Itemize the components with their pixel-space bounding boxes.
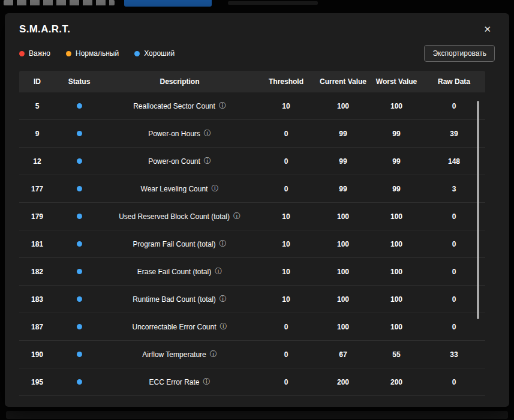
export-button[interactable]: Экспортировать <box>424 45 495 62</box>
cell-description: Used Reserved Block Count (total)ⓘ <box>103 211 256 221</box>
cell-worst-value: 100 <box>370 102 423 110</box>
cell-worst-value: 100 <box>370 295 423 304</box>
cell-description: Uncorrectable Error Countⓘ <box>103 322 256 332</box>
info-icon[interactable]: ⓘ <box>204 156 211 166</box>
cell-threshold: 10 <box>256 268 316 276</box>
background-app-bottom-bar <box>6 411 508 419</box>
cell-status <box>55 131 103 136</box>
description-text: Runtime Bad Count (total) <box>133 295 216 304</box>
good-dot-icon <box>134 51 140 56</box>
cell-threshold: 0 <box>256 378 316 386</box>
cell-raw-data: 148 <box>423 157 485 166</box>
description-text: Used Reserved Block Count (total) <box>119 212 230 221</box>
smart-dialog: S.M.A.R.T. ✕ Важно Нормальный Хороший Эк… <box>5 13 509 407</box>
description-text: Wear Leveling Count <box>141 185 208 193</box>
table-row[interactable]: 187Uncorrectable Error Countⓘ01001000 <box>19 313 485 341</box>
description-text: ECC Error Rate <box>149 378 199 386</box>
table-row[interactable]: 12Power-on Countⓘ09999148 <box>19 148 485 175</box>
dialog-header: S.M.A.R.T. ✕ <box>5 13 509 36</box>
cell-status <box>55 186 103 191</box>
cell-description: Reallocated Sector Countⓘ <box>103 101 256 111</box>
info-icon[interactable]: ⓘ <box>211 184 218 194</box>
cell-worst-value: 99 <box>370 185 423 193</box>
cell-status <box>55 241 103 247</box>
background-app-title <box>4 0 115 5</box>
cell-raw-data: 39 <box>423 130 485 138</box>
cell-id: 195 <box>19 378 55 386</box>
cell-description: Wear Leveling Countⓘ <box>103 184 256 194</box>
column-header-threshold: Threshold <box>256 77 316 86</box>
cell-raw-data: 0 <box>423 212 485 221</box>
cell-worst-value: 100 <box>370 212 423 221</box>
table-body: 5Reallocated Sector Countⓘ1010010009Powe… <box>19 92 485 396</box>
table-row[interactable]: 179Used Reserved Block Count (total)ⓘ101… <box>19 203 485 230</box>
legend-item-normal: Нормальный <box>66 49 119 58</box>
cell-raw-data: 3 <box>423 185 485 193</box>
description-text: Program Fail Count (total) <box>133 240 215 248</box>
cell-status <box>55 269 103 274</box>
cell-raw-data: 0 <box>423 102 485 110</box>
status-dot-icon <box>77 186 82 191</box>
info-icon[interactable]: ⓘ <box>233 211 241 221</box>
status-legend: Важно Нормальный Хороший <box>19 49 175 58</box>
cell-threshold: 10 <box>256 102 316 110</box>
cell-status <box>55 296 103 302</box>
cell-description: Runtime Bad Count (total)ⓘ <box>103 294 256 304</box>
cell-id: 9 <box>19 130 55 138</box>
cell-raw-data: 0 <box>423 378 485 386</box>
cell-description: ECC Error Rateⓘ <box>103 377 256 387</box>
cell-threshold: 0 <box>256 185 316 193</box>
table-row[interactable]: 190Airflow Temperatureⓘ0675533 <box>19 341 485 368</box>
table-row[interactable]: 182Erase Fail Count (total)ⓘ101001000 <box>19 258 485 286</box>
info-icon[interactable]: ⓘ <box>203 377 211 387</box>
dialog-toolbar: Важно Нормальный Хороший Экспортировать <box>5 36 509 62</box>
cell-current-value: 100 <box>316 268 370 276</box>
info-icon[interactable]: ⓘ <box>220 322 227 332</box>
table-header-row: ID Status Description Threshold Current … <box>19 71 485 92</box>
close-icon[interactable]: ✕ <box>480 22 495 36</box>
table-row[interactable]: 177Wear Leveling Countⓘ099993 <box>19 175 485 203</box>
status-dot-icon <box>77 158 82 164</box>
table-row[interactable]: 181Program Fail Count (total)ⓘ101001000 <box>19 230 485 258</box>
info-icon[interactable]: ⓘ <box>219 101 226 111</box>
cell-worst-value: 100 <box>370 240 423 248</box>
table-row[interactable]: 195ECC Error Rateⓘ02002000 <box>19 368 485 396</box>
table-scrollbar[interactable] <box>477 101 479 319</box>
column-header-raw-data: Raw Data <box>423 77 485 86</box>
cell-current-value: 100 <box>316 323 370 331</box>
cell-description: Airflow Temperatureⓘ <box>103 349 256 359</box>
table-row[interactable]: 5Reallocated Sector Countⓘ101001000 <box>19 92 485 120</box>
legend-item-important: Важно <box>19 49 50 58</box>
background-app-content <box>228 1 318 5</box>
description-text: Airflow Temperature <box>142 350 206 359</box>
cell-current-value: 67 <box>316 350 370 359</box>
cell-id: 187 <box>19 323 55 331</box>
cell-threshold: 0 <box>256 350 316 359</box>
info-icon[interactable]: ⓘ <box>215 266 222 277</box>
cell-description: Erase Fail Count (total)ⓘ <box>103 266 256 277</box>
info-icon[interactable]: ⓘ <box>204 128 211 139</box>
legend-item-good: Хороший <box>134 49 175 58</box>
cell-current-value: 100 <box>316 295 370 304</box>
cell-raw-data: 0 <box>423 323 485 331</box>
table-row[interactable]: 183Runtime Bad Count (total)ⓘ101001000 <box>19 286 485 313</box>
info-icon[interactable]: ⓘ <box>210 349 217 359</box>
cell-status <box>55 352 103 357</box>
info-icon[interactable]: ⓘ <box>220 239 227 249</box>
cell-description: Program Fail Count (total)ⓘ <box>103 239 256 249</box>
table-row[interactable]: 9Power-on Hoursⓘ0999939 <box>19 120 485 148</box>
description-text: Reallocated Sector Count <box>133 102 215 110</box>
cell-id: 190 <box>19 350 55 359</box>
info-icon[interactable]: ⓘ <box>220 294 227 304</box>
cell-id: 182 <box>19 268 55 276</box>
cell-worst-value: 99 <box>370 130 423 138</box>
cell-current-value: 100 <box>316 240 370 248</box>
description-text: Erase Fail Count (total) <box>137 268 211 276</box>
cell-worst-value: 100 <box>370 323 423 331</box>
column-header-id: ID <box>19 77 55 86</box>
cell-worst-value: 55 <box>370 350 423 359</box>
cell-current-value: 100 <box>316 102 370 110</box>
status-dot-icon <box>77 352 82 357</box>
background-app-button <box>124 0 212 7</box>
cell-current-value: 100 <box>316 212 370 221</box>
